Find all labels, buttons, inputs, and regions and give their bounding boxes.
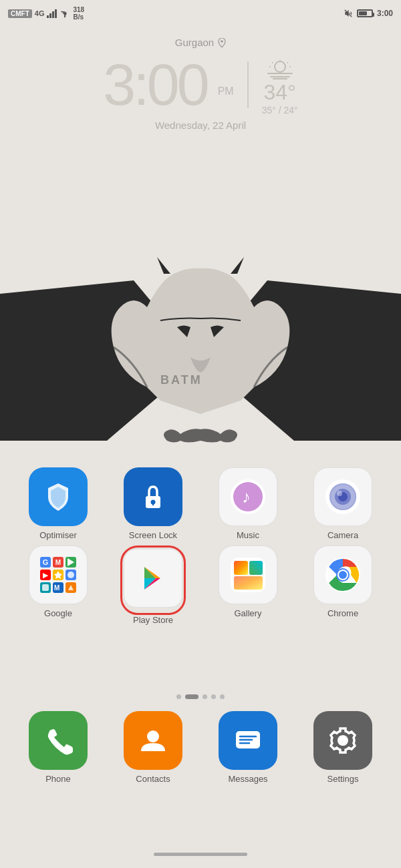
svg-point-23 bbox=[337, 491, 342, 496]
weather-range: 35° / 24° bbox=[262, 105, 298, 116]
svg-rect-29 bbox=[234, 561, 248, 575]
contacts-label: Contacts bbox=[136, 774, 170, 784]
signal-bars bbox=[47, 9, 57, 18]
weather-temp: 34° bbox=[263, 80, 295, 105]
app-gallery[interactable]: Gallery bbox=[208, 546, 288, 625]
svg-point-36 bbox=[147, 730, 159, 742]
page-dot-1[interactable] bbox=[176, 694, 181, 699]
optimiser-icon-bg bbox=[29, 467, 88, 526]
dock-messages[interactable]: Messages bbox=[208, 711, 288, 784]
messages-label: Messages bbox=[228, 774, 267, 784]
messages-icon bbox=[232, 724, 264, 756]
play-store-label: Play Store bbox=[133, 615, 173, 625]
app-optimiser[interactable]: Optimiser bbox=[18, 467, 98, 540]
screen-lock-label: Screen Lock bbox=[129, 530, 177, 540]
dock: Phone Contacts Messages bbox=[0, 711, 401, 789]
svg-text:M: M bbox=[54, 584, 59, 592]
app-play-store[interactable]: Play Store bbox=[113, 546, 193, 625]
home-indicator[interactable] bbox=[154, 853, 247, 856]
svg-point-0 bbox=[64, 16, 65, 17]
google-icon-bg: G M ▶ M bbox=[29, 546, 88, 604]
batman-art: BATM bbox=[0, 254, 401, 467]
app-google[interactable]: G M ▶ M bbox=[18, 546, 98, 625]
google-label: Google bbox=[44, 608, 72, 618]
svg-line-8 bbox=[287, 62, 288, 63]
page-dots bbox=[0, 694, 401, 699]
optimiser-label: Optimiser bbox=[39, 530, 77, 540]
weather-area: 34° 35° / 24° bbox=[262, 60, 298, 116]
app-row-2: G M ▶ M bbox=[11, 546, 390, 625]
svg-text:BATM: BATM bbox=[160, 373, 203, 387]
phone-icon bbox=[42, 724, 74, 756]
carrier-text: CMFT bbox=[8, 9, 32, 18]
location-text: Gurgaon bbox=[175, 37, 214, 48]
clock-area: Gurgaon 3:00 PM 34° 35° / 24° bbox=[0, 37, 401, 131]
settings-label: Settings bbox=[327, 774, 359, 784]
clock-row: 3:00 PM 34° 35° / 24° bbox=[0, 53, 401, 116]
phone-label: Phone bbox=[45, 774, 71, 784]
app-camera[interactable]: Camera bbox=[303, 467, 383, 540]
settings-gear-icon bbox=[327, 724, 359, 756]
contacts-icon-bg bbox=[124, 711, 182, 770]
screen-lock-icon-bg bbox=[124, 467, 182, 526]
lock-icon bbox=[136, 480, 170, 513]
time-text: 3:00 bbox=[377, 9, 393, 18]
messages-icon-bg bbox=[219, 711, 277, 770]
gallery-label: Gallery bbox=[234, 608, 261, 618]
contacts-icon bbox=[137, 724, 169, 756]
gallery-icon-bg bbox=[219, 546, 277, 604]
page-dot-4[interactable] bbox=[211, 694, 216, 699]
play-store-icon bbox=[135, 560, 171, 596]
location-row: Gurgaon bbox=[0, 37, 401, 48]
camera-icon-bg bbox=[313, 467, 372, 526]
dock-contacts[interactable]: Contacts bbox=[113, 711, 193, 784]
wifi-icon bbox=[59, 9, 70, 18]
dock-phone[interactable]: Phone bbox=[18, 711, 98, 784]
clock-period: PM bbox=[218, 85, 234, 97]
time-weather-divider bbox=[247, 61, 249, 108]
date-display: Wednesday, 22 April bbox=[0, 120, 401, 131]
dock-settings[interactable]: Settings bbox=[303, 711, 383, 784]
status-right: 3:00 bbox=[344, 9, 393, 18]
mute-icon bbox=[344, 9, 353, 18]
app-row-1: Optimiser Screen Lock ♪ bbox=[11, 467, 390, 540]
dock-row: Phone Contacts Messages bbox=[11, 711, 390, 784]
status-bar: CMFT 4G 318 B/s bbox=[0, 0, 401, 27]
weather-icon bbox=[265, 60, 295, 80]
google-grid-icon: G M ▶ M bbox=[40, 557, 76, 593]
chrome-icon bbox=[325, 557, 361, 593]
page-dot-2-active[interactable] bbox=[185, 694, 198, 699]
settings-icon-bg bbox=[313, 711, 372, 770]
music-icon-bg: ♪ bbox=[219, 467, 277, 526]
status-left: CMFT 4G 318 B/s bbox=[8, 6, 84, 21]
gallery-icon bbox=[230, 557, 266, 593]
app-screen-lock[interactable]: Screen Lock bbox=[113, 467, 193, 540]
page-dot-5[interactable] bbox=[220, 694, 225, 699]
svg-point-35 bbox=[339, 571, 347, 579]
shield-icon bbox=[41, 480, 75, 513]
battery-area bbox=[357, 9, 373, 17]
chrome-label: Chrome bbox=[327, 608, 358, 618]
chrome-icon-bg bbox=[313, 546, 372, 604]
music-label: Music bbox=[237, 530, 259, 540]
svg-rect-31 bbox=[234, 576, 263, 590]
phone-icon-bg bbox=[29, 711, 88, 770]
network-type: 4G bbox=[35, 9, 45, 17]
play-store-highlight bbox=[120, 546, 186, 615]
app-chrome[interactable]: Chrome bbox=[303, 546, 383, 625]
svg-point-2 bbox=[221, 40, 223, 43]
app-grid: Optimiser Screen Lock ♪ bbox=[0, 467, 401, 630]
page-dot-3[interactable] bbox=[203, 694, 207, 699]
svg-line-10 bbox=[272, 62, 273, 63]
play-store-icon-bg bbox=[124, 549, 182, 608]
svg-point-25 bbox=[68, 572, 74, 578]
svg-rect-26 bbox=[42, 584, 49, 591]
music-icon: ♪ bbox=[230, 479, 266, 515]
app-music[interactable]: ♪ Music bbox=[208, 467, 288, 540]
svg-rect-30 bbox=[249, 561, 263, 575]
clock-time-display: 3:00 bbox=[103, 55, 207, 114]
svg-point-3 bbox=[275, 61, 285, 72]
speed-text: 318 B/s bbox=[73, 6, 84, 21]
camera-label: Camera bbox=[327, 530, 358, 540]
svg-text:♪: ♪ bbox=[242, 487, 251, 507]
